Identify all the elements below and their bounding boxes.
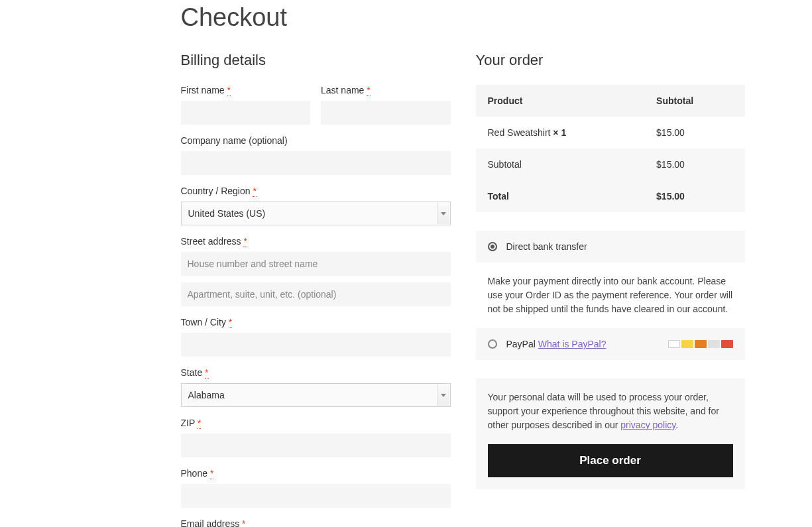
privacy-text: Your personal data will be used to proce…	[488, 390, 733, 432]
state-label: State *	[181, 367, 451, 378]
last-name-input[interactable]	[321, 101, 451, 125]
subtotal-row: Subtotal $15.00	[476, 148, 745, 180]
payment-methods: Direct bank transfer Make your payment d…	[476, 231, 745, 360]
bank-transfer-description: Make your payment directly into our bank…	[476, 263, 745, 328]
product-header: Product	[476, 85, 645, 117]
first-name-input[interactable]	[181, 101, 311, 125]
required-mark: *	[205, 367, 208, 379]
order-table: Product Subtotal Red Sweatshirt × 1 $15.…	[476, 85, 745, 212]
total-row: Total $15.00	[476, 180, 745, 212]
paypal-label: PayPal	[506, 339, 538, 349]
place-order-button[interactable]: Place order	[488, 444, 733, 477]
chevron-down-icon	[437, 203, 449, 224]
state-value: Alabama	[188, 390, 225, 400]
country-label: Country / Region *	[181, 186, 451, 196]
discover-icon	[721, 340, 733, 348]
company-label: Company name (optional)	[181, 135, 451, 146]
street-label: Street address *	[181, 236, 451, 247]
radio-icon	[488, 339, 497, 349]
zip-input[interactable]	[181, 434, 451, 457]
required-mark: *	[243, 236, 247, 247]
paypal-logo-icon	[668, 340, 680, 348]
mastercard-icon	[695, 340, 707, 348]
payment-cards-icon	[668, 340, 733, 348]
apartment-input[interactable]	[181, 282, 451, 306]
email-label: Email address *	[181, 518, 451, 527]
visa-icon	[681, 340, 693, 348]
required-mark: *	[242, 518, 245, 527]
page-title: Checkout	[181, 3, 745, 32]
item-price: $15.00	[644, 117, 744, 148]
subtotal-label: Subtotal	[476, 148, 645, 180]
first-name-label: First name *	[181, 85, 311, 95]
required-mark: *	[210, 468, 213, 479]
order-heading: Your order	[476, 52, 745, 69]
chevron-down-icon	[437, 384, 449, 406]
what-is-paypal-link[interactable]: What is PayPal?	[538, 339, 607, 349]
bank-transfer-label: Direct bank transfer	[506, 241, 587, 252]
privacy-policy-link[interactable]: privacy policy	[620, 420, 675, 430]
total-label: Total	[476, 180, 645, 212]
company-input[interactable]	[181, 151, 451, 175]
required-mark: *	[253, 186, 256, 197]
payment-paypal[interactable]: PayPal What is PayPal?	[476, 328, 745, 360]
state-select[interactable]: Alabama	[181, 383, 451, 407]
subtotal-value: $15.00	[644, 148, 744, 180]
item-name: Red Sweatshirt	[488, 127, 553, 138]
zip-label: ZIP *	[181, 418, 451, 428]
total-value: $15.00	[644, 180, 744, 212]
phone-label: Phone *	[181, 468, 451, 479]
required-mark: *	[227, 85, 231, 96]
country-value: United States (US)	[188, 208, 266, 219]
last-name-label: Last name *	[321, 85, 451, 95]
subtotal-header: Subtotal	[644, 85, 744, 117]
radio-selected-icon	[488, 242, 497, 251]
payment-bank-transfer[interactable]: Direct bank transfer	[476, 231, 745, 263]
required-mark: *	[367, 85, 370, 96]
required-mark: *	[198, 418, 201, 429]
table-row: Red Sweatshirt × 1 $15.00	[476, 117, 745, 148]
city-label: Town / City *	[181, 317, 451, 327]
item-qty: × 1	[553, 127, 566, 138]
country-select[interactable]: United States (US)	[181, 202, 451, 225]
privacy-box: Your personal data will be used to proce…	[476, 379, 745, 489]
amex-icon	[708, 340, 720, 348]
city-input[interactable]	[181, 333, 451, 357]
billing-heading: Billing details	[181, 52, 451, 69]
street-input[interactable]	[181, 252, 451, 276]
phone-input[interactable]	[181, 484, 451, 508]
required-mark: *	[229, 317, 232, 328]
